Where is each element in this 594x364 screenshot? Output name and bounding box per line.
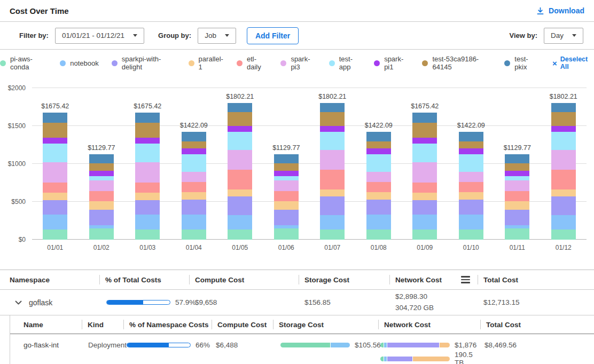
bar-segment-spark-pi1[interactable]: [274, 171, 299, 176]
bar-segment-sparkpi-with-delight[interactable]: [412, 200, 437, 215]
bar-segment-etl-daily[interactable]: [135, 183, 160, 193]
bar-segment-test-pkix[interactable]: [366, 132, 391, 141]
column-settings-icon[interactable]: [461, 276, 470, 283]
bar-segment-parallel-1[interactable]: [228, 189, 252, 196]
bar-segment-test-app[interactable]: [135, 144, 160, 162]
bar-segment-test-53ca9186-64145[interactable]: [412, 123, 437, 138]
bar-segment-test-app[interactable]: [320, 132, 345, 150]
bar-segment-spark-pi1[interactable]: [366, 148, 391, 154]
workload-row-go-flask-int[interactable]: go-flask-int Deployment 66% $6,488 $105.…: [10, 334, 594, 364]
bar-segment-sparkpi-with-delight[interactable]: [505, 210, 529, 225]
bar-segment-test-pkix[interactable]: [459, 132, 483, 141]
stacked-bar-01-05[interactable]: $1802.21: [228, 103, 252, 240]
bar-segment-spark-pi1[interactable]: [135, 138, 160, 143]
bar-segment-spark-pi3[interactable]: [320, 150, 345, 170]
bar-segment-test-app[interactable]: [505, 176, 529, 180]
stacked-bar-01-12[interactable]: $1802.21: [551, 103, 576, 240]
bar-segment-sparkpi-with-delight[interactable]: [366, 200, 391, 215]
bar-segment-spark-pi3[interactable]: [43, 162, 67, 183]
bar-segment-spark-pi1[interactable]: [43, 138, 67, 143]
legend-item-test-53ca9186-64145[interactable]: test-53ca9186-64145: [422, 55, 491, 71]
bar-segment-spark-pi3[interactable]: [89, 180, 114, 191]
bar-segment-test-app[interactable]: [228, 132, 252, 150]
namespace-cell[interactable]: goflask: [0, 298, 99, 307]
bar-segment-etl-daily[interactable]: [412, 183, 437, 193]
legend-item-test-app[interactable]: test-app: [329, 55, 361, 71]
bar-segment-spark-pi3[interactable]: [459, 172, 483, 182]
bar-segment-spark-pi3[interactable]: [551, 150, 576, 170]
bar-segment-test-53ca9186-64145[interactable]: [320, 112, 345, 126]
bar-segment-notebook[interactable]: [412, 215, 437, 230]
download-button[interactable]: Download: [536, 6, 584, 15]
bar-segment-test-53ca9186-64145[interactable]: [505, 163, 529, 171]
bar-segment-spark-pi3[interactable]: [366, 172, 391, 182]
bar-segment-test-53ca9186-64145[interactable]: [89, 163, 114, 171]
bar-segment-parallel-1[interactable]: [459, 192, 483, 200]
bar-segment-spark-pi3[interactable]: [412, 162, 437, 183]
bar-segment-test-app[interactable]: [89, 176, 114, 180]
bar-segment-test-pkix[interactable]: [135, 113, 160, 123]
bar-segment-pi-aws-conda[interactable]: [320, 230, 345, 239]
bar-segment-test-app[interactable]: [366, 154, 391, 172]
bar-segment-spark-pi3[interactable]: [274, 180, 299, 191]
bar-segment-parallel-1[interactable]: [505, 201, 529, 210]
bar-segment-spark-pi1[interactable]: [551, 126, 576, 132]
bar-segment-notebook[interactable]: [459, 215, 483, 230]
bar-segment-parallel-1[interactable]: [43, 193, 67, 200]
bar-segment-pi-aws-conda[interactable]: [89, 228, 114, 239]
bar-segment-test-app[interactable]: [459, 154, 483, 172]
bar-segment-spark-pi3[interactable]: [505, 180, 529, 191]
bar-segment-test-53ca9186-64145[interactable]: [43, 123, 67, 138]
bar-segment-spark-pi3[interactable]: [135, 162, 160, 183]
bar-segment-etl-daily[interactable]: [43, 183, 67, 193]
bar-segment-etl-daily[interactable]: [366, 182, 391, 192]
stacked-bar-01-01[interactable]: $1675.42: [43, 113, 67, 240]
bar-segment-test-pkix[interactable]: [228, 103, 252, 112]
bar-segment-spark-pi1[interactable]: [320, 126, 345, 132]
bar-segment-etl-daily[interactable]: [459, 182, 483, 192]
bar-segment-pi-aws-conda[interactable]: [274, 228, 299, 239]
bar-segment-pi-aws-conda[interactable]: [366, 230, 391, 240]
legend-item-test-pkix[interactable]: test-pkix: [504, 55, 537, 71]
bar-segment-parallel-1[interactable]: [320, 189, 345, 196]
bar-segment-test-pkix[interactable]: [320, 103, 345, 112]
bar-segment-parallel-1[interactable]: [551, 189, 576, 196]
add-filter-button[interactable]: Add Filter: [247, 27, 299, 44]
bar-segment-pi-aws-conda[interactable]: [182, 230, 206, 240]
stacked-bar-01-04[interactable]: $1422.09: [182, 132, 206, 240]
bar-segment-notebook[interactable]: [320, 215, 345, 230]
bar-segment-pi-aws-conda[interactable]: [551, 230, 576, 239]
bar-segment-etl-daily[interactable]: [228, 170, 252, 189]
legend-item-spark-pi1[interactable]: spark-pi1: [374, 55, 409, 71]
bar-segment-test-app[interactable]: [274, 176, 299, 180]
bar-segment-spark-pi1[interactable]: [182, 148, 206, 154]
view-by-select[interactable]: Day: [544, 28, 583, 44]
bar-segment-test-app[interactable]: [182, 154, 206, 172]
bar-segment-test-pkix[interactable]: [89, 154, 114, 163]
bar-segment-test-pkix[interactable]: [43, 113, 67, 123]
bar-segment-test-pkix[interactable]: [505, 154, 529, 163]
deselect-all-button[interactable]: × Deselect All: [552, 56, 594, 70]
bar-segment-sparkpi-with-delight[interactable]: [459, 200, 483, 215]
legend-item-pi-aws-conda[interactable]: pi-aws-conda: [0, 55, 47, 71]
bar-segment-etl-daily[interactable]: [274, 191, 299, 201]
bar-segment-pi-aws-conda[interactable]: [43, 230, 67, 239]
stacked-bar-01-10[interactable]: $1422.09: [459, 132, 483, 240]
bar-segment-pi-aws-conda[interactable]: [228, 230, 252, 239]
stacked-bar-01-09[interactable]: $1675.42: [412, 113, 437, 240]
stacked-bar-01-03[interactable]: $1675.42: [135, 113, 160, 240]
bar-segment-etl-daily[interactable]: [320, 170, 345, 189]
stacked-bar-01-07[interactable]: $1802.21: [320, 103, 345, 240]
bar-segment-spark-pi1[interactable]: [89, 171, 114, 176]
stacked-bar-01-08[interactable]: $1422.09: [366, 132, 391, 240]
bar-segment-spark-pi1[interactable]: [459, 148, 483, 154]
bar-segment-pi-aws-conda[interactable]: [505, 228, 529, 239]
legend-item-parallel-1[interactable]: parallel-1: [189, 55, 224, 71]
bar-segment-test-pkix[interactable]: [182, 132, 206, 141]
bar-segment-notebook[interactable]: [43, 215, 67, 230]
bar-segment-spark-pi1[interactable]: [505, 171, 529, 176]
bar-segment-test-pkix[interactable]: [412, 113, 437, 123]
bar-segment-pi-aws-conda[interactable]: [412, 230, 437, 239]
bar-segment-notebook[interactable]: [366, 215, 391, 230]
bar-segment-spark-pi1[interactable]: [228, 126, 252, 132]
